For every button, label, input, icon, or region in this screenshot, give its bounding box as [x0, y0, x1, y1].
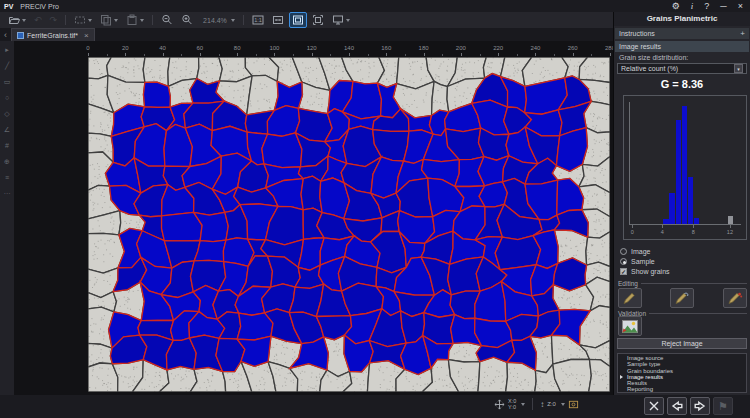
zoom-in-icon — [181, 14, 193, 26]
line-tool[interactable]: ╱ — [5, 62, 9, 69]
forward-icon — [693, 399, 707, 413]
z-axis-icon: ↕ — [540, 400, 544, 409]
left-tool-column: ▸╱▭○◇∠#⊕≡⋯ — [0, 41, 14, 395]
chevron-down-icon[interactable] — [561, 403, 565, 406]
full-area-button[interactable] — [309, 12, 327, 28]
minimize-icon[interactable]: ─ — [720, 0, 726, 12]
title-bar: PV PRECiV Pro ⚙i?─× — [0, 0, 750, 12]
actual-pixels-button[interactable]: 1:1 — [249, 12, 267, 28]
open-button[interactable] — [5, 12, 29, 28]
image-file-icon — [17, 32, 24, 39]
list-tool[interactable]: ≡ — [5, 174, 9, 181]
scope-option-sample[interactable]: Sample — [620, 258, 740, 265]
pen-erase-icon — [727, 291, 743, 305]
gear-icon[interactable]: ⚙ — [672, 0, 680, 12]
forward-button[interactable] — [690, 397, 710, 415]
ruler-minor-tick — [107, 54, 108, 56]
info-icon[interactable]: i — [691, 0, 694, 12]
micrograph-grain-overlay[interactable] — [88, 57, 610, 392]
instructions-section-header[interactable]: Instructions + — [615, 28, 749, 39]
x-axis-label: 12 — [727, 229, 733, 235]
select-rect-button[interactable] — [71, 12, 95, 28]
pen-icon — [622, 291, 638, 305]
instructions-label: Instructions — [619, 30, 655, 37]
ruler-label: 100 — [269, 45, 279, 51]
image-thumbnail-icon — [622, 320, 638, 333]
step-label: Reporting — [627, 386, 653, 392]
show-grains-checkbox[interactable]: ✓ — [620, 268, 627, 275]
ruler-minor-tick — [330, 54, 331, 56]
chevron-down-icon — [346, 19, 350, 22]
document-tab[interactable]: FerriteGrains.tif* × — [11, 28, 95, 41]
tab-scroll-left-icon[interactable]: ‹ — [4, 29, 7, 41]
ruler-tick — [386, 53, 387, 56]
ruler-label: 240 — [530, 45, 540, 51]
wizard-step-list: Image sourceSample typeGrain boundariesI… — [617, 353, 747, 393]
delete-grain-tool-button[interactable] — [723, 288, 747, 308]
polygon-tool[interactable]: ◇ — [4, 110, 9, 117]
zoom-out-icon — [161, 14, 173, 26]
marker-tool[interactable]: ⊕ — [4, 158, 10, 165]
x-axis-label: 8 — [692, 229, 695, 235]
display-icon — [332, 14, 344, 26]
ruler-tick — [274, 53, 275, 56]
more-tool[interactable]: ⋯ — [4, 190, 11, 197]
angle-tool[interactable]: ∠ — [4, 126, 10, 133]
back-button[interactable] — [667, 397, 687, 415]
radio-icon[interactable] — [620, 258, 627, 265]
ruler-tick — [349, 53, 350, 56]
finish-button[interactable]: ⚑ — [713, 397, 733, 415]
undo-button[interactable]: ↶ — [31, 12, 45, 28]
distribution-label: Grain size distribution: — [619, 54, 688, 61]
chevron-down-icon[interactable]: ▾ — [734, 64, 743, 73]
toolbar-separator — [152, 15, 153, 25]
paste-button[interactable] — [123, 12, 147, 28]
show-grains-row[interactable]: ✓ Show grains — [620, 268, 670, 275]
histogram-plot: 04812 — [629, 102, 741, 225]
ruler-tick — [610, 53, 611, 56]
cancel-button[interactable] — [644, 397, 664, 415]
tab-label: FerriteGrains.tif* — [27, 32, 78, 39]
fit-screen-icon — [292, 14, 304, 26]
fit-width-button[interactable] — [269, 12, 287, 28]
wizard-step-reporting[interactable]: Reporting — [618, 386, 746, 392]
zoom-level-select[interactable]: 214.4% — [198, 12, 238, 28]
ruler-minor-tick — [442, 54, 443, 56]
position-controls: X:0 Y:0 ↕ Z:0 — [494, 398, 579, 410]
move-xy-icon[interactable] — [494, 399, 505, 410]
display-button[interactable] — [329, 12, 353, 28]
draw-boundary-tool-button[interactable] — [618, 288, 642, 308]
edit-boundary-tool-button[interactable] — [670, 288, 694, 308]
snapshot-icon[interactable] — [568, 399, 579, 410]
distribution-select[interactable]: Relative count (%) ▾ — [617, 63, 747, 74]
redo-button[interactable]: ↷ — [47, 12, 61, 28]
help-icon[interactable]: ? — [704, 0, 709, 12]
validate-image-button[interactable] — [618, 316, 642, 336]
radio-icon[interactable] — [620, 248, 627, 255]
scope-option-image[interactable]: Image — [620, 248, 740, 255]
ruler-tick — [125, 53, 126, 56]
zoom-in-button[interactable] — [178, 12, 196, 28]
x-axis-label: 4 — [661, 229, 664, 235]
chevron-down-icon[interactable] — [521, 403, 525, 406]
fit-screen-button[interactable] — [289, 12, 307, 28]
show-grains-label: Show grains — [631, 268, 670, 275]
ellipse-tool[interactable]: ○ — [5, 94, 9, 101]
rect-tool[interactable]: ▭ — [4, 78, 11, 85]
current-step-icon — [620, 375, 623, 379]
histogram-bar — [694, 218, 700, 224]
tab-close-icon[interactable]: × — [84, 31, 89, 40]
ruler-tick — [312, 53, 313, 56]
scope-option-label: Image — [631, 248, 650, 255]
reject-image-button[interactable]: Reject Image — [617, 338, 747, 349]
zoom-out-button[interactable] — [158, 12, 176, 28]
close-icon[interactable]: × — [738, 0, 743, 12]
copy-button[interactable] — [97, 12, 121, 28]
app-title: PRECiV Pro — [20, 3, 59, 10]
ruler-minor-tick — [480, 54, 481, 56]
pointer-tool[interactable]: ▸ — [5, 46, 9, 53]
ruler-label: 60 — [197, 45, 204, 51]
toolbar-separator — [243, 15, 244, 25]
count-tool[interactable]: # — [5, 142, 9, 149]
expand-icon[interactable]: + — [740, 29, 745, 39]
